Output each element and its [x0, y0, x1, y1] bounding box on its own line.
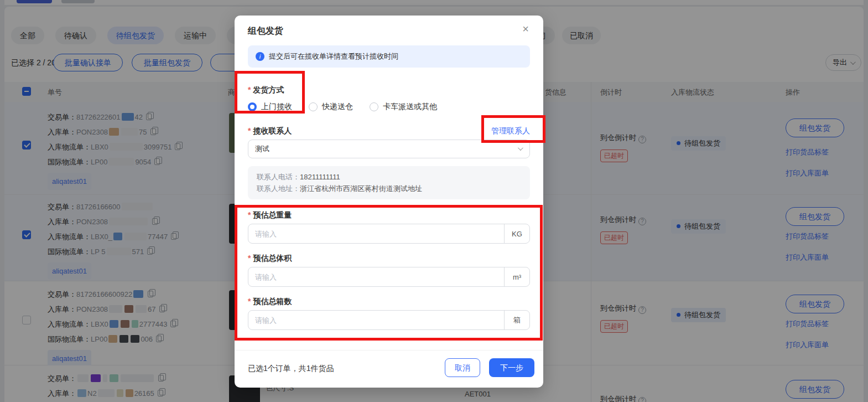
- total-boxes-field: 箱: [248, 310, 530, 330]
- total-weight-label: 预估总重量: [248, 210, 292, 220]
- modal-footer: 已选1个订单，共1件货品 取消 下一步: [235, 350, 543, 388]
- notice-text: 提交后可在揽收单详情查看预计揽收时间: [269, 51, 398, 61]
- total-weight-field: KG: [248, 224, 530, 244]
- next-step-button[interactable]: 下一步: [489, 358, 534, 377]
- contact-select-value: 测试: [255, 145, 269, 153]
- chevron-down-icon: [518, 145, 523, 151]
- radio-express[interactable]: 快递送仓: [309, 102, 353, 112]
- total-volume-label: 预估总体积: [248, 254, 292, 264]
- radio-icon: [309, 102, 318, 111]
- pickup-contact-label: 揽收联系人: [248, 126, 292, 136]
- radio-icon: [370, 102, 378, 111]
- shipping-method-label: 发货方式: [248, 85, 284, 95]
- manage-contacts-link[interactable]: 管理联系人: [491, 126, 530, 136]
- close-icon[interactable]: ×: [519, 22, 532, 35]
- total-boxes-input[interactable]: [248, 311, 504, 329]
- total-volume-input[interactable]: [248, 267, 504, 286]
- total-volume-field: m³: [248, 267, 530, 287]
- notice-banner: 提交后可在揽收单详情查看预计揽收时间: [248, 45, 530, 68]
- unit-kg: KG: [504, 224, 529, 243]
- unit-box: 箱: [504, 311, 529, 329]
- info-icon: [256, 52, 264, 61]
- modal-title: 组包发货: [248, 25, 283, 37]
- radio-truck-other[interactable]: 卡车派送或其他: [370, 102, 437, 112]
- unit-m3: m³: [504, 267, 529, 286]
- contact-info-box: 联系人电话：18211111111 联系人地址：浙江省杭州市西湖区蒋村街道测试地…: [248, 166, 530, 199]
- contact-select[interactable]: 测试: [248, 140, 530, 158]
- radio-selected-icon: [248, 102, 257, 111]
- total-boxes-label: 预估总箱数: [248, 297, 292, 307]
- selection-summary: 已选1个订单，共1件货品: [248, 364, 334, 374]
- cancel-button[interactable]: 取消: [445, 358, 480, 377]
- radio-pickup[interactable]: 上门揽收: [248, 102, 292, 112]
- total-weight-input[interactable]: [248, 224, 504, 243]
- shipping-method-options: 上门揽收 快递送仓 卡车派送或其他: [248, 102, 437, 112]
- pack-ship-modal: 组包发货 × 提交后可在揽收单详情查看预计揽收时间 发货方式 上门揽收 快递送仓…: [235, 16, 543, 388]
